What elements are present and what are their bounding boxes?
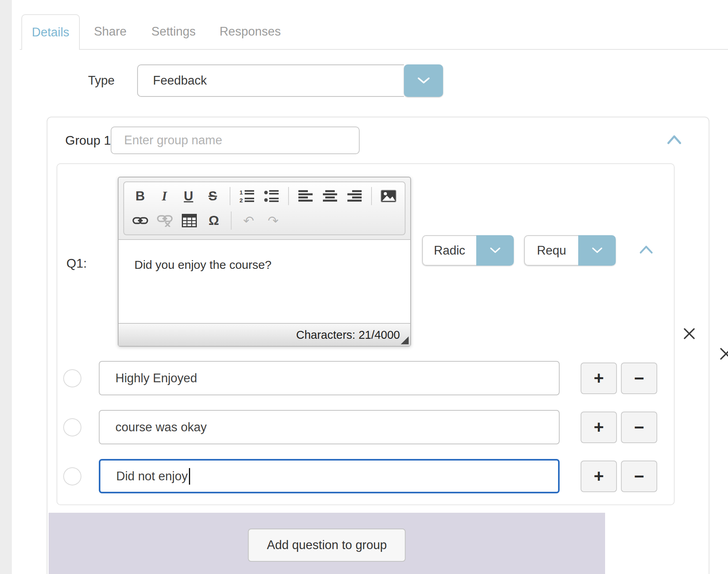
chevron-up-icon — [639, 244, 653, 256]
underline-icon: U — [184, 189, 193, 204]
toolbar-separator — [288, 187, 289, 205]
tab-share[interactable]: Share — [94, 14, 126, 49]
strikethrough-icon: S — [208, 189, 217, 204]
ordered-list-icon: 1 2 — [239, 189, 255, 203]
tab-settings-label: Settings — [151, 25, 196, 39]
bold-icon: B — [136, 189, 145, 204]
plus-icon: + — [594, 419, 604, 436]
type-select-dropdown-button[interactable] — [404, 64, 443, 97]
strikethrough-button[interactable]: S — [202, 185, 223, 207]
add-question-bar: Add question to group — [49, 513, 605, 574]
redo-icon: ↷ — [268, 213, 279, 228]
left-gutter — [0, 0, 12, 574]
close-icon — [719, 347, 728, 361]
form-builder-page: { "colors": { "accent": "#92bfd2", "tab_… — [0, 0, 728, 574]
add-option-button[interactable]: + — [581, 363, 617, 394]
rich-text-editor: B I U S 1 2 — [118, 177, 411, 347]
type-label: Type — [47, 64, 115, 97]
option-text-field[interactable]: Highly Enjoyed — [99, 361, 560, 395]
align-right-button[interactable] — [344, 185, 365, 207]
resize-grip-icon[interactable] — [401, 336, 409, 344]
table-icon — [182, 214, 197, 227]
question-type-select[interactable]: Radic — [422, 235, 514, 266]
align-left-button[interactable] — [295, 185, 316, 207]
minus-icon: − — [634, 370, 644, 387]
tab-bar: Details Share Settings Responses — [20, 0, 728, 50]
chevron-down-icon — [417, 77, 430, 85]
editor-toolbar-wrap: B I U S 1 2 — [119, 177, 410, 239]
question-text-editor-area[interactable]: Did you enjoy the course? — [119, 239, 410, 323]
tab-responses[interactable]: Responses — [221, 14, 279, 49]
toolbar-separator — [230, 187, 230, 205]
question-required-select[interactable]: Requ — [524, 235, 616, 266]
question-required-value: Requ — [537, 244, 566, 258]
radio-button-icon[interactable] — [63, 467, 81, 485]
question-type-value-box: Radic — [422, 235, 476, 266]
chevron-down-icon — [592, 247, 603, 254]
delete-question-button[interactable] — [683, 328, 695, 341]
italic-icon: I — [162, 189, 167, 204]
option-text: Did not enjoy — [116, 469, 188, 483]
ordered-list-button[interactable]: 1 2 — [237, 185, 258, 207]
bullet-list-button[interactable] — [261, 185, 282, 207]
option-row: Highly Enjoyed + − — [63, 361, 664, 395]
radio-button-icon[interactable] — [63, 418, 81, 436]
toolbar-separator — [371, 187, 372, 205]
delete-group-button[interactable] — [719, 347, 728, 362]
option-row: Did not enjoy + − — [63, 459, 664, 493]
add-option-button[interactable]: + — [581, 461, 617, 492]
character-counter: Characters: 21/4000 — [296, 329, 400, 342]
question-required-dropdown-button[interactable] — [578, 235, 616, 266]
italic-button[interactable]: I — [154, 185, 175, 207]
close-icon — [683, 328, 695, 340]
text-cursor — [189, 468, 190, 485]
type-select-value-box: Feedback — [137, 64, 404, 97]
type-select[interactable]: Feedback — [137, 64, 443, 97]
add-option-button[interactable]: + — [581, 412, 617, 443]
option-text-field[interactable]: course was okay — [99, 410, 560, 444]
underline-button[interactable]: U — [178, 185, 199, 207]
question-label: Q1: — [66, 256, 87, 271]
question-type-value: Radic — [434, 244, 465, 258]
bold-button[interactable]: B — [130, 185, 151, 207]
special-character-button[interactable]: Ω — [203, 210, 224, 232]
tab-responses-label: Responses — [219, 25, 281, 39]
omega-icon: Ω — [209, 213, 219, 228]
insert-table-button[interactable] — [179, 210, 200, 232]
add-question-label: Add question to group — [267, 538, 387, 552]
question-required-value-box: Requ — [524, 235, 578, 266]
tab-settings[interactable]: Settings — [152, 14, 195, 49]
insert-image-button[interactable] — [378, 185, 399, 207]
chevron-up-icon — [666, 133, 682, 147]
editor-toolbar: B I U S 1 2 — [123, 181, 405, 235]
plus-icon: + — [594, 370, 604, 387]
bullet-list-icon — [264, 189, 279, 203]
svg-text:1: 1 — [240, 189, 243, 196]
remove-option-button[interactable]: − — [621, 461, 657, 492]
radio-button-icon[interactable] — [63, 369, 81, 387]
align-center-icon — [323, 190, 338, 202]
group-collapse-button[interactable] — [666, 133, 682, 148]
minus-icon: − — [634, 468, 644, 485]
editor-status-bar: Characters: 21/4000 — [119, 323, 410, 346]
question-collapse-button[interactable] — [639, 244, 653, 257]
remove-option-button[interactable]: − — [621, 363, 657, 394]
undo-icon: ↶ — [243, 213, 254, 228]
toolbar-separator — [231, 211, 232, 230]
option-text: Highly Enjoyed — [115, 371, 197, 385]
plus-icon: + — [594, 468, 604, 485]
link-button[interactable] — [130, 210, 151, 232]
tab-details[interactable]: Details — [21, 14, 80, 50]
group-name-input[interactable] — [111, 127, 360, 154]
minus-icon: − — [634, 419, 644, 436]
question-type-dropdown-button[interactable] — [476, 235, 514, 266]
align-center-button[interactable] — [319, 185, 340, 207]
tab-details-label: Details — [32, 25, 70, 40]
undo-button[interactable]: ↶ — [238, 210, 259, 232]
redo-button[interactable]: ↷ — [262, 210, 284, 232]
option-text-field[interactable]: Did not enjoy — [99, 459, 560, 493]
unlink-icon — [157, 214, 173, 227]
remove-option-button[interactable]: − — [621, 412, 657, 443]
add-question-to-group-button[interactable]: Add question to group — [248, 529, 405, 562]
unlink-button[interactable] — [154, 210, 175, 232]
